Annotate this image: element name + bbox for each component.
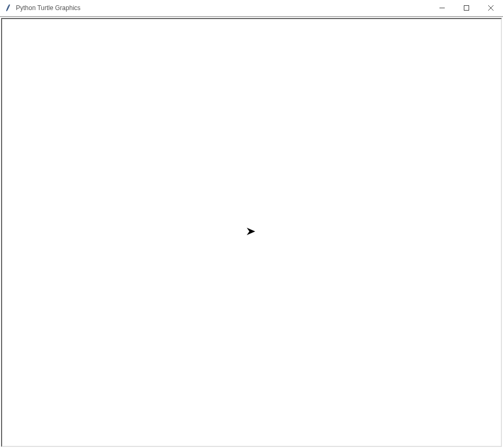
titlebar[interactable]: Python Turtle Graphics: [0, 0, 503, 16]
close-button[interactable]: [479, 0, 503, 16]
window-title: Python Turtle Graphics: [16, 4, 430, 12]
application-window: Python Turtle Graphics: [0, 0, 503, 448]
minimize-button[interactable]: [430, 0, 454, 16]
python-feather-icon: [4, 4, 13, 12]
turtle-canvas[interactable]: [1, 18, 502, 447]
maximize-button[interactable]: [454, 0, 479, 16]
window-controls: [430, 0, 503, 16]
turtle-cursor-icon: [247, 228, 256, 237]
content-wrapper: [0, 16, 503, 448]
svg-rect-1: [464, 6, 469, 11]
